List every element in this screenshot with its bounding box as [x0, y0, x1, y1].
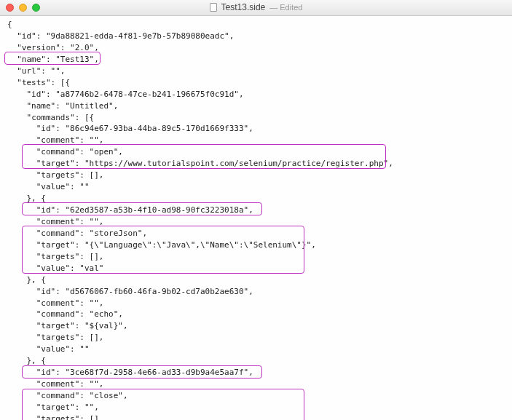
json-line: "tests": [{: [7, 78, 70, 87]
json-line: "id": "62ed3587-a53b-4f10-ad98-90fc32230…: [7, 205, 253, 215]
json-line: "comment": "",: [7, 135, 103, 145]
json-line: "value": "val": [7, 264, 103, 273]
json-line: "value": "": [7, 344, 90, 354]
json-line: "commands": [{: [7, 113, 94, 122]
document-icon: [210, 3, 217, 12]
json-line: "comment": "",: [7, 298, 103, 308]
json-line: "version": "2.0",: [7, 43, 99, 52]
json-line: "targets": [],: [7, 252, 103, 261]
zoom-window-button[interactable]: [32, 4, 40, 12]
minimize-window-button[interactable]: [19, 4, 27, 12]
json-line: "comment": "",: [7, 217, 103, 226]
json-line: "command": "storeJson",: [7, 229, 147, 238]
json-line: "targets": [],: [7, 414, 103, 420]
json-line: "target": "{\"Language\":\"Java\",\"Name…: [7, 240, 316, 250]
json-line: "id": "a87746b2-6478-47ce-b241-196675f0c…: [7, 90, 244, 99]
window-filename: Test13.side: [221, 1, 266, 14]
title-center: Test13.side — Edited: [210, 1, 303, 14]
json-line: "id": "d5676067-fb60-46fa-9b02-cd7a0b2ae…: [7, 287, 253, 296]
edited-indicator: — Edited: [269, 2, 302, 14]
window-controls: [6, 4, 40, 12]
json-line: "comment": "",: [7, 379, 103, 389]
json-line: "command": "open",: [7, 147, 123, 156]
close-window-button[interactable]: [6, 4, 14, 12]
json-line: }, {: [7, 356, 46, 365]
json-line: "id": "9da88821-edda-4f81-9e7b-57b89080e…: [7, 31, 234, 41]
json-line: "id": "86c94e67-93ba-44ba-89c5-170d1669f…: [7, 124, 253, 133]
text-editor-area[interactable]: { "id": "9da88821-edda-4f81-9e7b-57b8908…: [0, 16, 512, 420]
json-line: "target": "https://www.tutorialspoint.co…: [7, 159, 393, 168]
json-line: }, {: [7, 275, 46, 285]
json-line: "id": "3ce68f7d-2958-4e66-ad33-d9b9a4e5a…: [7, 368, 253, 377]
json-line: "targets": [],: [7, 333, 103, 342]
json-line: {: [7, 20, 12, 29]
json-line: "url": "",: [7, 66, 65, 76]
json-line: "target": "${val}",: [7, 321, 128, 330]
json-line: "target": "",: [7, 403, 99, 412]
json-line: "value": "": [7, 182, 90, 191]
json-line: }, {: [7, 194, 46, 203]
json-line: "targets": [],: [7, 170, 103, 180]
json-line: "name": "Test13",: [7, 55, 99, 64]
window-titlebar: Test13.side — Edited: [0, 0, 512, 16]
json-line: "command": "close",: [7, 391, 128, 400]
json-line: "command": "echo",: [7, 309, 123, 319]
json-line: "name": "Untitled",: [7, 101, 118, 111]
